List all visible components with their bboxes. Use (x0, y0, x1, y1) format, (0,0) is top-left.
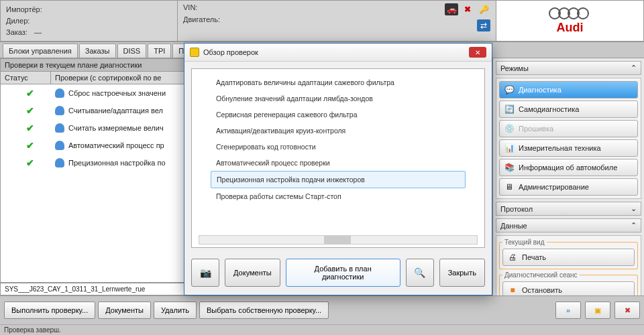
status-bar: Проверка заверш. (0, 324, 644, 335)
print-icon: 🖨 (507, 253, 518, 262)
admin-icon: 🖥 (504, 182, 515, 192)
collapse-icon: ⌃ (631, 64, 637, 72)
row-label: Считывание/адаптация вел (68, 107, 163, 115)
dialog-documents-button[interactable]: Документы (225, 259, 280, 287)
data-header[interactable]: Данные ⌃ (496, 218, 641, 232)
measure-icon: 📊 (504, 143, 515, 153)
stop-button[interactable]: ■Остановить (502, 281, 635, 295)
diag-session-group: Диагностический сеанс ■Остановить (499, 271, 638, 295)
list-item[interactable]: Сервисная регенерация сажевого фильтра (211, 107, 466, 123)
check-ok-icon: ✔ (5, 123, 55, 133)
flash-icon: 💿 (504, 124, 515, 133)
key-icon: 🔑 (477, 3, 490, 15)
camera-icon: 📷 (200, 267, 211, 278)
header-left-info: Импортёр: Дилер: Заказ:— (0, 0, 178, 42)
list-item[interactable]: Автоматический процесс проверки (211, 155, 466, 171)
run-check-button[interactable]: Выполнить проверку... (4, 302, 95, 319)
check-ok-icon: ✔ (5, 140, 55, 151)
dialog-search-button[interactable]: 🔍 (406, 259, 434, 287)
disabled-x-icon: ✖ (461, 3, 474, 15)
delete-button[interactable]: Удалить (154, 302, 197, 319)
person-icon (55, 158, 64, 168)
forward-icon: » (566, 306, 570, 314)
engine-label: Двигатель: (183, 15, 220, 23)
diag-icon: 💬 (504, 85, 515, 94)
importer-label: Импортёр: (6, 5, 42, 13)
brand-name: Audi (557, 21, 584, 35)
search-icon: 🔍 (414, 267, 425, 278)
row-label: Считать измеряемые велич (68, 124, 164, 132)
checks-overview-dialog: Обзор проверок ✕ Адаптировать величины а… (184, 43, 492, 295)
tab-blocks[interactable]: Блоки управления (3, 44, 78, 58)
fullscreen-button[interactable]: ▣ (585, 302, 610, 319)
selfdiag-icon: 🔄 (504, 105, 515, 114)
row-label: Сброс настроечных значени (68, 89, 166, 97)
list-item[interactable]: Сгенерировать код готовности (211, 139, 466, 155)
tab-diss[interactable]: DISS (117, 44, 147, 58)
dialog-titlebar[interactable]: Обзор проверок ✕ (184, 44, 492, 62)
dialog-close-text-button[interactable]: Закрыть (439, 259, 485, 287)
cancel-button[interactable]: ✖ (614, 302, 640, 319)
order-value: — (34, 28, 42, 36)
expand-icon: ⌄ (631, 204, 637, 213)
dialog-camera-button[interactable]: 📷 (191, 259, 219, 287)
list-item[interactable]: Обнуление значений адаптации лямбда-зонд… (211, 90, 466, 107)
vin-label: VIN: (183, 3, 197, 11)
list-item-selected[interactable]: Прецизионная настройка подачи инжекторов (211, 171, 466, 188)
dialog-app-icon (190, 48, 199, 57)
dialog-add-to-plan-button[interactable]: Добавить в план диагностики (286, 259, 400, 287)
row-label: Прецизионная настройка по (68, 159, 166, 167)
next-button[interactable]: » (555, 302, 581, 319)
person-icon (55, 141, 64, 150)
dialog-list: Адаптировать величины адаптации сажевого… (191, 68, 485, 248)
collapse-icon: ⌃ (631, 221, 637, 230)
mode-flash[interactable]: 💿Прошивка (499, 120, 638, 137)
col-status[interactable]: Статус (1, 72, 51, 84)
mode-selfdiag[interactable]: 🔄Самодиагностика (499, 100, 638, 118)
dialog-h-scrollbar[interactable] (199, 235, 478, 245)
modes-panel: 💬Диагностика 🔄Самодиагностика 💿Прошивка … (496, 78, 641, 199)
dialog-close-button[interactable]: ✕ (469, 47, 486, 58)
list-item[interactable]: Активация/деактивация круиз-контроля (211, 123, 466, 139)
person-icon (55, 123, 64, 133)
car-icon: 🚗 (445, 3, 458, 15)
audi-rings-icon (551, 7, 589, 19)
brand-panel: Audi (496, 0, 644, 42)
data-panel: Текущий вид 🖨Печать Диагностический сеан… (496, 235, 641, 295)
protocol-header[interactable]: Протокол ⌄ (496, 202, 641, 216)
row-label: Автоматический процесс пр (68, 141, 164, 149)
check-ok-icon: ✔ (5, 157, 55, 168)
check-ok-icon: ✔ (5, 105, 55, 116)
current-view-group: Текущий вид 🖨Печать (499, 239, 638, 269)
header-mid-info: VIN: Двигатель: 🚗 ✖ 🔑 ⇄ (178, 0, 496, 42)
order-label: Заказ: (6, 28, 28, 36)
dealer-label: Дилер: (6, 17, 30, 25)
mode-diagnostics[interactable]: 💬Диагностика (499, 81, 638, 98)
print-button[interactable]: 🖨Печать (502, 249, 635, 266)
cancel-icon: ✖ (625, 306, 631, 315)
mode-vehicle-info[interactable]: 📚Информация об автомобиле (499, 159, 638, 176)
tab-tpi[interactable]: TPI (148, 44, 171, 58)
stop-icon: ■ (507, 285, 518, 295)
usb-icon: ⇄ (477, 19, 490, 31)
mode-measure[interactable]: 📊Измерительная техника (499, 139, 638, 157)
fullscreen-icon: ▣ (594, 306, 601, 315)
dialog-title-text: Обзор проверок (203, 48, 258, 56)
tab-orders[interactable]: Заказы (79, 44, 116, 58)
modes-header[interactable]: Режимы ⌃ (496, 61, 641, 75)
documents-button[interactable]: Документы (98, 302, 151, 319)
select-check-button[interactable]: Выбрать собственную проверку... (199, 302, 329, 319)
list-item[interactable]: Адаптировать величины адаптации сажевого… (211, 74, 466, 90)
person-icon (55, 88, 64, 98)
mode-admin[interactable]: 🖥Администрирование (499, 178, 638, 196)
list-item[interactable]: Проверка работы системы Старт-стоп (211, 188, 466, 204)
info-icon: 📚 (504, 163, 515, 172)
person-icon (55, 106, 64, 115)
check-ok-icon: ✔ (5, 88, 55, 98)
